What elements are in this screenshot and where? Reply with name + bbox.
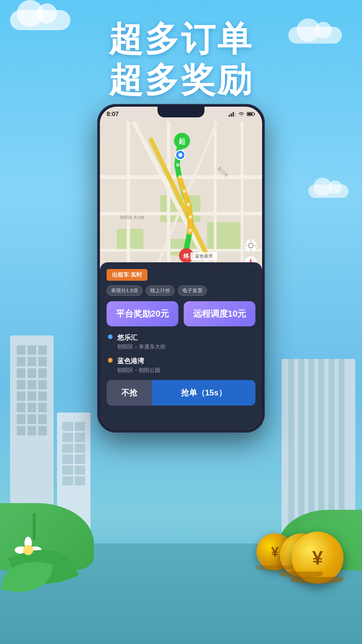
- order-type-badge: 出租车 实时: [107, 269, 147, 281]
- pickup-info: 悠乐汇 朝阳区－阜通东大街: [117, 333, 254, 351]
- tag-invoice: 电子发票: [178, 285, 207, 296]
- svg-point-29: [188, 229, 192, 232]
- order-card: 出租车 实时 表现分1.5倍 线上计价 电子发票 平台奖励20元 远程调度10元: [100, 262, 262, 430]
- svg-rect-2: [233, 112, 234, 117]
- pickup-dot: [108, 334, 113, 339]
- map-svg: 起 终 蓝色港湾: [100, 121, 262, 282]
- wifi-icon: [238, 111, 245, 117]
- signal-icon: [229, 111, 236, 117]
- status-time: 8:07: [107, 111, 119, 118]
- svg-rect-17: [167, 121, 170, 282]
- phone-frame: 8:07: [97, 104, 265, 433]
- svg-rect-0: [229, 115, 230, 117]
- svg-text:亮马桥: 亮马桥: [133, 215, 144, 219]
- reward-remote-btn: 远程调度10元: [184, 301, 255, 326]
- svg-point-26: [183, 190, 186, 193]
- destination-dot: [108, 358, 113, 363]
- hero-line1: 超多订单: [0, 18, 362, 59]
- svg-rect-19: [241, 121, 243, 282]
- svg-text:朝阳路: 朝阳路: [120, 215, 132, 220]
- reward-platform-btn: 平台奖励20元: [107, 301, 178, 326]
- destination-name: 蓝色港湾: [117, 357, 254, 366]
- svg-rect-5: [254, 113, 255, 115]
- pickup-location: 悠乐汇 朝阳区－阜通东大街: [107, 333, 255, 351]
- svg-text:终: 终: [183, 253, 190, 260]
- svg-point-27: [187, 203, 190, 206]
- svg-point-33: [178, 153, 182, 157]
- phone-screen: 8:07: [100, 107, 262, 430]
- svg-point-28: [189, 215, 192, 219]
- svg-point-25: [179, 175, 182, 178]
- phone-mockup: 8:07: [97, 104, 265, 433]
- destination-location: 蓝色港湾 朝阳区－朝阳公园: [107, 357, 255, 374]
- pickup-name: 悠乐汇: [117, 333, 254, 342]
- svg-rect-16: [127, 121, 130, 282]
- destination-address: 朝阳区－朝阳公园: [117, 367, 254, 374]
- reward-buttons: 平台奖励20元 远程调度10元: [107, 301, 255, 326]
- coins-container: ¥ ¥ ¥: [263, 510, 344, 584]
- battery-icon: [247, 112, 255, 116]
- svg-text:蓝色港湾: 蓝色港湾: [195, 254, 213, 259]
- destination-info: 蓝色港湾 朝阳区－朝阳公园: [117, 357, 254, 374]
- svg-rect-10: [207, 222, 241, 249]
- svg-point-24: [176, 163, 179, 167]
- phone-notch: [158, 107, 204, 117]
- background: ¥ ¥ ¥ 超多订单 超多奖励: [0, 0, 362, 644]
- tag-pricing: 线上计价: [146, 285, 175, 296]
- svg-rect-6: [247, 113, 253, 115]
- pass-button[interactable]: 不抢: [107, 380, 152, 406]
- grab-button[interactable]: 抢单（15s）: [152, 380, 255, 406]
- order-tags: 表现分1.5倍 线上计价 电子发票: [107, 285, 255, 296]
- svg-text:起: 起: [178, 138, 186, 145]
- status-icons: [229, 111, 255, 117]
- hero-line2: 超多奖励: [0, 59, 362, 100]
- pickup-address: 朝阳区－阜通东大街: [117, 343, 254, 351]
- tag-performance: 表现分1.5倍: [107, 285, 142, 296]
- svg-rect-3: [235, 111, 236, 117]
- svg-rect-1: [231, 113, 232, 117]
- map-area: 起 终 蓝色港湾: [100, 121, 262, 282]
- action-buttons: 不抢 抢单（15s）: [107, 380, 255, 406]
- cloud-3: [308, 184, 349, 198]
- hero-text: 超多订单 超多奖励: [0, 18, 362, 101]
